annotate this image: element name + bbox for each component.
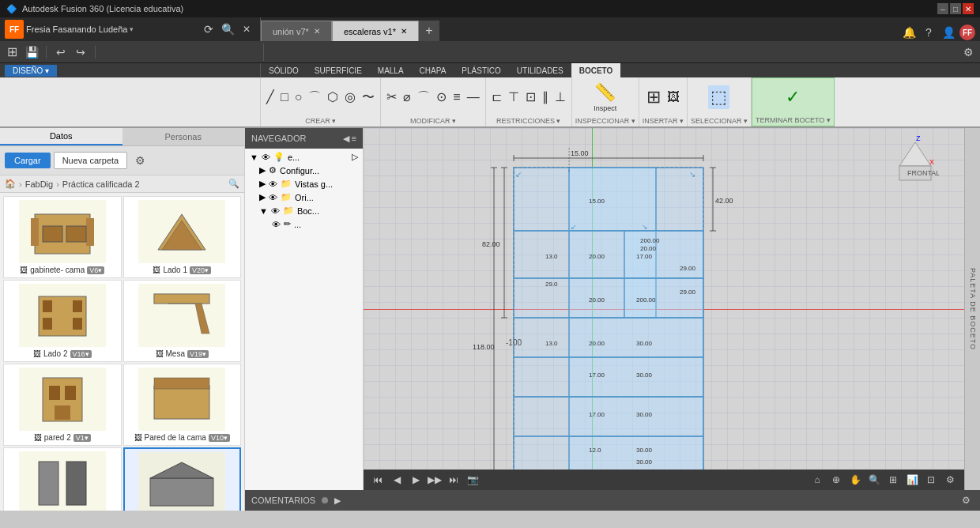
- tool-collinear[interactable]: ⊤: [506, 88, 522, 106]
- tool-fillet[interactable]: ✂: [384, 88, 399, 106]
- tool-line[interactable]: ╱: [264, 88, 277, 106]
- tab-plastico[interactable]: PLÁSTICO: [454, 63, 508, 77]
- tool-insert[interactable]: ⊞: [644, 85, 663, 109]
- cargar-button[interactable]: Cargar: [5, 153, 51, 168]
- tab-union[interactable]: unión v7* ✕: [261, 21, 332, 41]
- tab-union-close[interactable]: ✕: [314, 27, 320, 36]
- nav-menu-icon[interactable]: ≡: [352, 134, 356, 144]
- item-pared2[interactable]: 🖼 pared 2 V1▾: [3, 364, 122, 446]
- tab-utilidades[interactable]: UTILIDADES: [509, 63, 571, 77]
- play-record-button[interactable]: 📷: [465, 472, 481, 488]
- nav-item-sketch[interactable]: 👁 ✏ ...: [247, 217, 361, 231]
- tool-select[interactable]: ⬚: [708, 85, 729, 109]
- redo-button[interactable]: ↪: [72, 43, 89, 61]
- maximize-button[interactable]: □: [950, 3, 961, 14]
- comments-arrow[interactable]: ▶: [334, 496, 341, 506]
- item-gabinete-version[interactable]: V6▾: [87, 266, 104, 274]
- comments-gear-button[interactable]: ⚙: [958, 492, 974, 508]
- tool-mirror[interactable]: ≡: [450, 88, 462, 106]
- item-lado2[interactable]: 🖼 Lado 2 V16▾: [3, 280, 122, 362]
- nav-item-config[interactable]: ▶ ⚙ Configur...: [247, 164, 361, 177]
- item-lado2-version[interactable]: V16▾: [70, 350, 92, 358]
- view-home-button[interactable]: ⌂: [809, 472, 825, 488]
- close-button[interactable]: ✕: [963, 3, 974, 14]
- nav-vis-icon-4[interactable]: 👁: [271, 206, 280, 216]
- nav-vis-icon-2[interactable]: 👁: [269, 179, 277, 189]
- terminar-label[interactable]: TERMINAR BOCETO ▾: [756, 115, 831, 124]
- tool-trim[interactable]: ⌀: [401, 88, 413, 106]
- view-fit-button[interactable]: ⊞: [885, 472, 901, 488]
- tab-personas[interactable]: Personas: [122, 128, 245, 145]
- nav-vis-icon-5[interactable]: 👁: [272, 220, 281, 229]
- right-palette[interactable]: PALETA DE BOCETO: [964, 128, 980, 490]
- tool-perp[interactable]: ⊥: [552, 88, 568, 106]
- design-mode-button[interactable]: DISEÑO ▾: [5, 65, 57, 77]
- play-button[interactable]: ▶: [408, 472, 424, 488]
- tool-concentric[interactable]: ⊡: [523, 88, 538, 106]
- view-options-button[interactable]: ⚙: [942, 472, 958, 488]
- restricciones-label[interactable]: RESTRICCIONES ▾: [496, 115, 561, 125]
- tool-parallel[interactable]: ∥: [540, 88, 551, 106]
- tool-spline[interactable]: 〜: [360, 88, 377, 106]
- nav-item-boceto[interactable]: ▼ 👁 📁 Boc...: [247, 204, 361, 217]
- nav-item-anim-icon[interactable]: ▷: [352, 152, 358, 162]
- breadcrumb-practica[interactable]: Práctica calificada 2: [62, 179, 140, 189]
- nueva-carpeta-button[interactable]: Nueva carpeta: [54, 152, 128, 169]
- tab-escaleras-close[interactable]: ✕: [401, 27, 407, 36]
- tab-boceto[interactable]: BOCETO: [571, 63, 621, 77]
- breadcrumb-home-icon[interactable]: 🏠: [5, 179, 16, 189]
- nav-pin-icon[interactable]: ◀: [343, 134, 349, 144]
- refresh-button[interactable]: ⟳: [200, 21, 217, 38]
- save-button[interactable]: 💾: [23, 43, 40, 61]
- view-grid-button[interactable]: ⊡: [923, 472, 939, 488]
- tool-canvas[interactable]: 🖼: [665, 88, 682, 106]
- item-pared-cama[interactable]: 🖼 Pared de la cama V10▾: [123, 364, 242, 446]
- tool-inspect[interactable]: 📏Inspect: [591, 81, 619, 113]
- seleccionar-label[interactable]: SELECCIONAR ▾: [691, 115, 748, 125]
- view-orbit-button[interactable]: ⊕: [828, 472, 844, 488]
- nav-item-origen[interactable]: ▶ 👁 📁 Ori...: [247, 190, 361, 204]
- notification-button[interactable]: 🔔: [900, 24, 918, 41]
- view-pan-button[interactable]: ✋: [847, 472, 863, 488]
- tool-equal[interactable]: —: [465, 88, 482, 106]
- tab-malla[interactable]: MALLA: [370, 63, 412, 77]
- minimize-button[interactable]: –: [937, 3, 948, 14]
- item-puerta[interactable]: 🖼 puerta 1 y 2 V14▾: [3, 447, 122, 511]
- tab-solido[interactable]: SÓLIDO: [261, 63, 307, 77]
- tool-rect[interactable]: □: [278, 88, 291, 106]
- tool-coincident[interactable]: ⊏: [489, 88, 504, 106]
- item-gabinete[interactable]: 🖼 gabinete- cama V6▾: [3, 196, 122, 278]
- item-pared2-version[interactable]: V1▾: [74, 434, 91, 442]
- tab-datos[interactable]: Datos: [0, 128, 122, 145]
- tool-extend[interactable]: ⌒: [415, 88, 432, 106]
- app-dropdown-icon[interactable]: ▾: [130, 25, 134, 33]
- item-mesa[interactable]: 🖼 Mesa V19▾: [123, 280, 242, 362]
- play-next-button[interactable]: ▶▶: [427, 472, 443, 488]
- account-button[interactable]: 👤: [940, 24, 957, 41]
- nav-vis-icon-3[interactable]: 👁: [269, 193, 277, 202]
- grid-view-button[interactable]: ⊞: [3, 43, 21, 61]
- undo-button[interactable]: ↩: [52, 43, 70, 61]
- modificar-label[interactable]: MODIFICAR ▾: [410, 115, 456, 125]
- settings-button[interactable]: ⚙: [959, 43, 977, 61]
- item-lado1[interactable]: 🖼 Lado 1 V20▾: [123, 196, 242, 278]
- insertar-label[interactable]: INSERTAR ▾: [643, 115, 684, 125]
- play-first-button[interactable]: ⏮: [370, 472, 386, 488]
- tool-poly[interactable]: ⬡: [325, 88, 341, 106]
- play-prev-button[interactable]: ◀: [389, 472, 405, 488]
- search-icon[interactable]: 🔍: [228, 179, 239, 189]
- item-techo[interactable]: 🖼 techo V3▾: [123, 447, 242, 511]
- tab-escaleras[interactable]: escaleras v1* ✕: [332, 21, 419, 41]
- new-tab-button[interactable]: +: [419, 21, 439, 41]
- settings-gear-button[interactable]: ⚙: [130, 151, 149, 170]
- viewport[interactable]: FRONTAL X Z: [364, 128, 964, 490]
- crear-label[interactable]: CREAR ▾: [305, 115, 336, 125]
- nav-item-root[interactable]: ▼ 👁 💡 e... ▷: [247, 150, 361, 164]
- tab-superficie[interactable]: SUPERFICIE: [307, 63, 370, 77]
- view-zoom-button[interactable]: 🔍: [866, 472, 882, 488]
- inspeccionar-label[interactable]: INSPECCIONAR ▾: [575, 115, 635, 125]
- item-pared-cama-version[interactable]: V10▾: [209, 434, 230, 442]
- tool-circle[interactable]: ○: [292, 88, 305, 106]
- view-cube[interactable]: FRONTAL X Z: [891, 134, 939, 182]
- item-mesa-version[interactable]: V19▾: [187, 350, 209, 358]
